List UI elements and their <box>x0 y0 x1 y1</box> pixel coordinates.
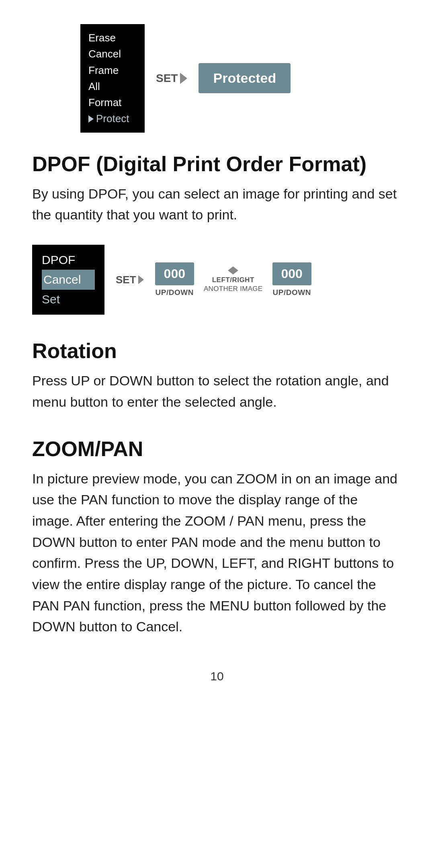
lr-left-icon <box>228 266 233 274</box>
dpof-updown1: UP/DOWN <box>156 288 194 297</box>
protect-diagram: Erase Cancel Frame All Format Protect SE… <box>32 24 402 133</box>
menu-item-cancel: Cancel <box>88 46 137 62</box>
zoompan-heading: ZOOM/PAN <box>32 437 402 461</box>
dpof-updown2: UP/DOWN <box>273 288 311 297</box>
menu-item-format: Format <box>88 94 137 111</box>
dpof-menu-cancel: Cancel <box>42 270 95 290</box>
dpof-chevron-icon <box>138 275 144 284</box>
rotation-heading: Rotation <box>32 339 402 363</box>
dpof-menu-set: Set <box>42 290 95 309</box>
dpof-menu-dpof: DPOF <box>42 250 95 270</box>
protected-box: Protected <box>199 63 291 93</box>
dpof-menu-box: DPOF Cancel Set <box>32 245 104 315</box>
menu-item-erase: Erase <box>88 30 137 46</box>
set-chevron-icon <box>180 73 187 84</box>
dpof-value1: 000 <box>155 262 194 285</box>
menu-item-frame: Frame <box>88 62 137 78</box>
dpof-another-image-label: ANOTHER IMAGE <box>204 285 263 293</box>
dpof-value2-block: 000 UP/DOWN <box>272 262 311 297</box>
menu-item-protect: Protect <box>88 111 137 127</box>
set-label: SET <box>156 72 178 85</box>
dpof-body: By using DPOF, you can select an image f… <box>32 183 402 225</box>
dpof-value1-block: 000 UP/DOWN <box>155 262 194 297</box>
dpof-diagram: DPOF Cancel Set SET 000 UP/DOWN LEFT/RIG… <box>32 245 402 315</box>
lr-right-icon <box>233 266 238 274</box>
zoompan-body: In picture preview mode, you can ZOOM in… <box>32 468 402 638</box>
rotation-body: Press UP or DOWN button to select the ro… <box>32 370 402 412</box>
dpof-heading: DPOF (Digital Print Order Format) <box>32 152 402 176</box>
rotation-section: Rotation Press UP or DOWN button to sele… <box>32 339 402 412</box>
dpof-section: DPOF (Digital Print Order Format) By usi… <box>32 152 402 315</box>
protect-menu-box: Erase Cancel Frame All Format Protect <box>80 24 145 133</box>
set-arrow: SET <box>156 72 187 85</box>
dpof-value2: 000 <box>272 262 311 285</box>
dpof-set-label: SET <box>116 274 136 286</box>
menu-item-all: All <box>88 78 137 94</box>
zoompan-section: ZOOM/PAN In picture preview mode, you ca… <box>32 437 402 638</box>
page-number: 10 <box>32 669 402 683</box>
dpof-leftright-label: LEFT/RIGHT <box>212 276 254 284</box>
dpof-leftright-block: LEFT/RIGHT ANOTHER IMAGE <box>204 266 263 293</box>
menu-active-arrow <box>88 115 94 123</box>
dpof-lr-arrow <box>228 266 238 274</box>
dpof-set-arrow: SET <box>116 274 144 286</box>
